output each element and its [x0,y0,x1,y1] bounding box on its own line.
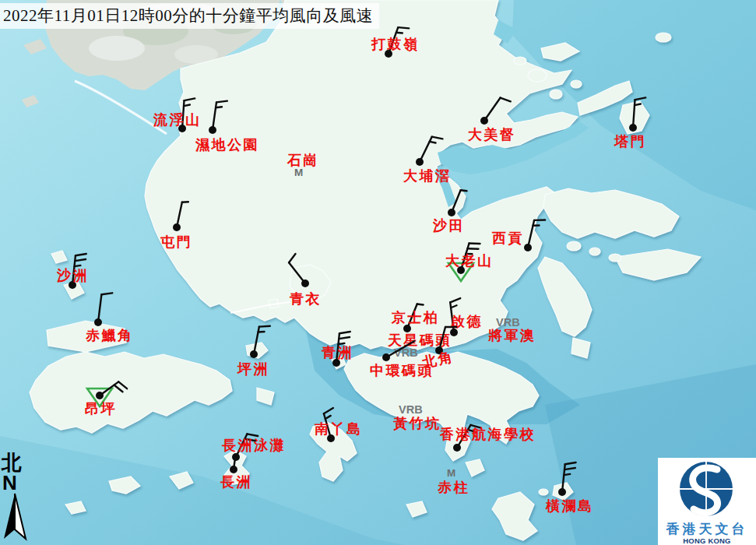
hko-logo-card: 香港天文台 HONG KONG OBSERVATORY [658,458,756,545]
station-waglan-island: 橫瀾島 [545,462,594,514]
missing-data-indicator: M [294,167,303,178]
station-dot [629,124,637,132]
hko-logo-english: HONG KONG OBSERVATORY [658,536,756,545]
station-label: 北角 [420,349,455,371]
station-label: 大美督 [467,126,516,142]
wind-barb-full [259,326,270,327]
hko-logo-chinese: 香港天文台 [658,522,756,536]
map-title: 2022年11月01日12時00分的十分鐘平均風向及風速 [3,6,373,25]
wind-barb-staff [528,220,534,248]
weather-map-screenshot: 打鼓嶺流浮山濕地公園M石崗大美督塔門大埔滘沙田西貢沙洲大老山屯門青衣赤鱲角京士柏… [0,0,756,545]
wind-barb-staff [420,137,432,162]
wind-barb-full [324,408,333,413]
station-label: 大埔滘 [403,168,452,184]
wind-barb-half [216,107,222,107]
wind-barb-full [118,382,127,389]
station-label: 橫瀾島 [545,498,594,514]
wind-barb-half [451,305,456,308]
station-label: 赤鱲角 [85,328,134,343]
station-lamma-island: 南丫島 [314,408,363,442]
wind-barb-full [564,468,575,469]
station-dot [94,318,102,326]
wind-barb-staff [254,327,259,354]
station-green-island: 青洲 [321,332,353,367]
station-kings-park: 京士柏 [391,304,440,332]
station-label: 屯門 [160,234,192,250]
station-label: 赤柱 [437,480,469,495]
station-label: 黃竹坑 [393,416,441,431]
station-label: 香港航海學校 [439,427,536,442]
wind-barb-half [396,33,403,33]
wind-barb-full [450,298,460,302]
wind-barb-full [339,332,350,333]
station-label: 打鼓嶺 [371,37,420,52]
wind-barb-half [417,304,424,304]
missing-data-indicator: M [447,467,455,479]
station-label: 沙洲 [56,268,89,283]
wind-barb-full [247,434,258,436]
wind-barb-full [75,259,86,261]
station-cheung-chau: 長洲 [220,456,252,490]
station-dot [250,350,258,358]
station-sha-chau: 沙洲 [56,254,89,289]
station-dot [403,325,411,332]
station-dot [173,223,181,231]
station-wong-chuk-hang: VRB黃竹坑 [393,403,441,431]
vrb-indicator: VRB [496,316,520,329]
wind-barb-half [325,416,331,419]
station-tai-mei-tuk: 大美督 [467,98,516,142]
wind-barb-full [565,462,576,464]
station-shek-kong: M石崗 [287,153,319,178]
wind-barb-full [185,98,195,100]
station-tai-po-kau: 大埔滘 [403,137,452,184]
station-label: 長洲泳灘 [221,438,286,453]
north-compass: 北 N [2,453,33,545]
station-stanley: M赤柱 [437,467,469,495]
wind-barb-staff [98,294,101,322]
station-hk-sea-school: 香港航海學校 [439,425,536,452]
station-label: 南丫島 [314,421,363,437]
wind-barb-half [339,343,345,344]
station-dot [382,353,390,361]
compass-letter-n: N [2,473,33,492]
station-tseung-kwan-o: VRB將軍澳 [487,316,536,343]
station-dot [416,158,424,166]
station-tap-mun: 塔門 [614,97,646,149]
wind-station-layer: 打鼓嶺流浮山濕地公園M石崗大美督塔門大埔滘沙田西貢沙洲大老山屯門青衣赤鱲角京士柏… [0,0,756,545]
wind-barb-half [258,332,265,332]
station-dot [209,126,216,134]
wind-barb-half [635,104,641,106]
wind-barb-full [114,385,123,392]
wind-barb-full [339,337,350,339]
map-title-band: 2022年11月01日12時00分的十分鐘平均風向及風速 [0,3,379,29]
station-sha-tin: 沙田 [432,190,467,234]
wind-barb-full [432,137,443,139]
station-label: 昂坪 [85,401,117,417]
wind-barb-full [289,254,295,262]
station-label: 石崗 [287,153,319,168]
station-label: 將軍澳 [487,328,536,343]
station-chek-lap-kok: 赤鱲角 [85,293,134,343]
wind-barb-full [501,98,511,102]
wind-barb-staff [562,464,565,492]
wind-barb-staff [484,98,501,121]
hko-logo-icon [658,458,756,519]
station-ta-kwu-ling: 打鼓嶺 [371,27,420,58]
station-label: 塔門 [614,134,646,149]
station-dot [453,444,461,452]
wind-barb-full [216,101,227,103]
north-arrow-icon [2,492,28,542]
station-lau-fau-shan: 流浮山 [153,98,202,132]
wind-barb-staff [289,262,305,283]
wind-barb-half [75,265,81,266]
station-label: 長洲 [220,474,252,490]
wind-barb-staff [633,100,635,128]
wind-barb-full [76,254,86,255]
station-dot [448,209,455,216]
station-kai-tak: 啟德 [450,298,483,336]
station-label: 坪洲 [237,361,269,377]
vrb-indicator: VRB [394,346,418,359]
vrb-indicator: VRB [399,403,423,416]
station-dot [480,117,488,125]
station-dot [524,244,532,251]
